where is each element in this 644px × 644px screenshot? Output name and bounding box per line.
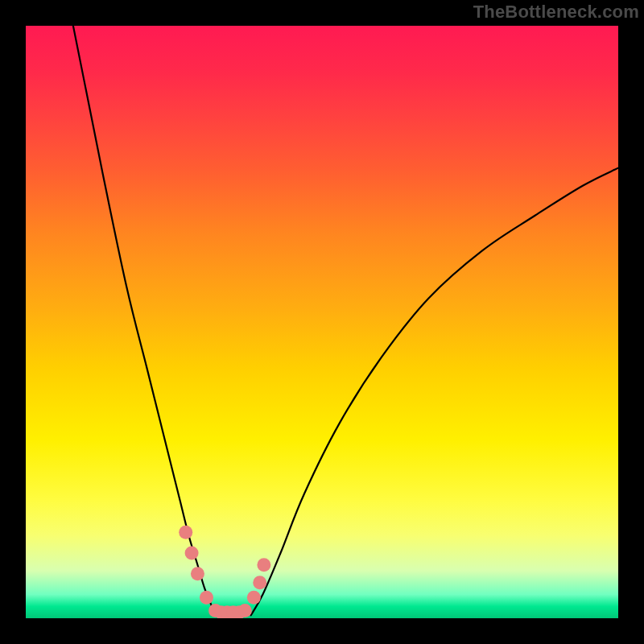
range-marker <box>185 547 199 560</box>
chart-frame: TheBottleneck.com <box>0 0 644 644</box>
plot-area <box>26 26 618 618</box>
range-marker <box>238 604 252 617</box>
range-marker <box>247 591 261 605</box>
range-marker <box>253 576 266 589</box>
range-marker <box>257 558 270 572</box>
range-marker <box>191 567 204 580</box>
range-marker <box>179 526 192 539</box>
curves-layer <box>26 26 618 618</box>
curve-right-branch <box>251 168 618 616</box>
range-marker <box>200 591 213 605</box>
watermark-text: TheBottleneck.com <box>473 2 639 23</box>
curve-left-branch <box>73 26 216 615</box>
